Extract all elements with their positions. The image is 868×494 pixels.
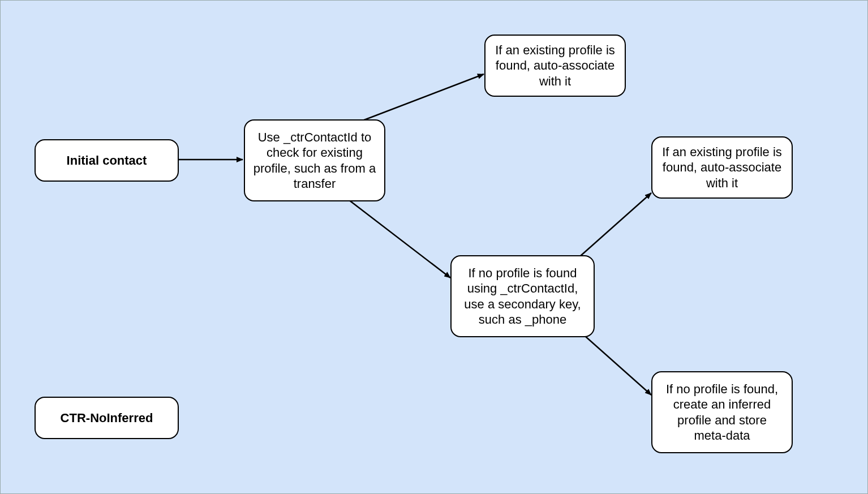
node-label: Initial contact	[67, 153, 147, 169]
flowchart-canvas: Initial contact CTR-NoInferred Use _ctrC…	[0, 0, 868, 494]
node-initial-contact: Initial contact	[35, 139, 179, 182]
node-label: CTR-NoInferred	[61, 410, 153, 426]
node-no-profile-secondary: If no profile is found using _ctrContact…	[450, 255, 595, 337]
node-found-auto-associate-top: If an existing profile is found, auto-as…	[484, 35, 626, 97]
node-found-auto-associate-right: If an existing profile is found, auto-as…	[651, 136, 793, 199]
node-check-ctrcontactid: Use _ctrContactId to check for existing …	[244, 119, 385, 201]
node-label: If no profile is found using _ctrContact…	[459, 265, 586, 328]
node-label: If an existing profile is found, auto-as…	[660, 144, 784, 191]
edge-noprofile-to-found-right	[575, 193, 651, 261]
node-label: If no profile is found, create an inferr…	[660, 381, 784, 444]
edge-check-to-found-top	[358, 74, 484, 122]
edge-noprofile-to-create	[575, 327, 651, 395]
node-label: If an existing profile is found, auto-as…	[493, 42, 617, 89]
node-label: Use _ctrContactId to check for existing …	[253, 130, 376, 192]
node-ctr-noinferred: CTR-NoInferred	[35, 397, 179, 439]
edge-check-to-noprofile	[349, 200, 450, 278]
node-no-profile-create-inferred: If no profile is found, create an inferr…	[651, 371, 793, 453]
